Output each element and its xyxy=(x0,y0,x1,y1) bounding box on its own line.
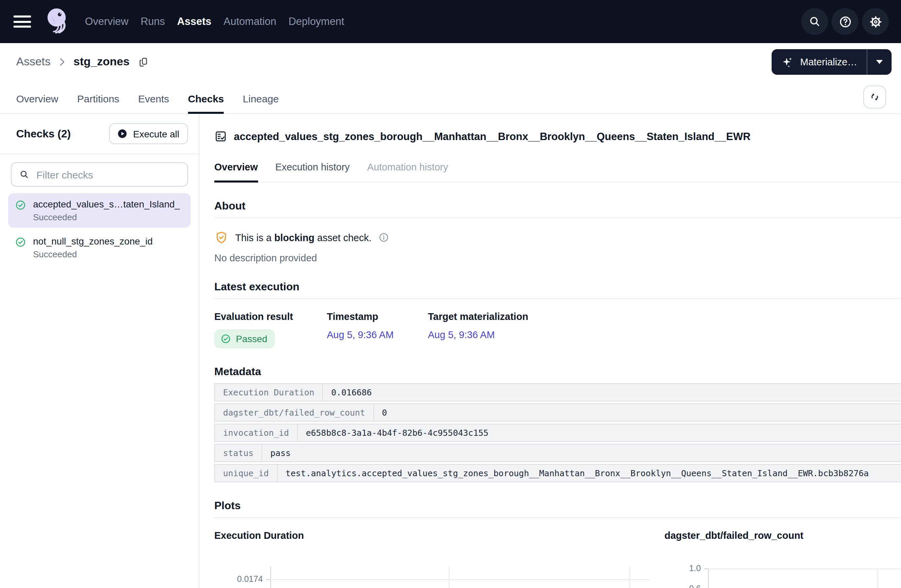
metadata-key: unique_id xyxy=(215,465,277,482)
breadcrumb-assets-link[interactable]: Assets xyxy=(16,55,51,69)
breadcrumb: Assets stg_zones xyxy=(16,55,151,69)
metadata-key: status xyxy=(215,445,262,461)
nav-item-automation[interactable]: Automation xyxy=(223,16,276,28)
metadata-key: dagster_dbt/failed_row_count xyxy=(215,404,374,421)
chevron-right-icon xyxy=(57,57,67,67)
execution-duration-chart: Execution Duration 0.0174 xyxy=(214,530,650,588)
gridline xyxy=(708,568,901,569)
chart-plot-area: 1.0 0.6 xyxy=(664,566,901,588)
checks-list: accepted_values_s…taten_Island_ Succeede… xyxy=(0,191,199,266)
nav-item-deployment[interactable]: Deployment xyxy=(288,16,344,28)
table-row: dagster_dbt/failed_row_count 0 xyxy=(214,403,901,422)
latest-execution-heading: Latest execution xyxy=(214,281,901,293)
info-icon[interactable] xyxy=(379,232,390,243)
execute-all-label: Execute all xyxy=(133,128,179,139)
asset-check-icon xyxy=(214,130,227,143)
section-divider xyxy=(214,299,901,299)
check-description: No description provided xyxy=(214,253,901,263)
play-circle-icon xyxy=(116,128,128,139)
target-materialization-link[interactable]: Aug 5, 9:36 AM xyxy=(428,329,495,340)
materialize-split-button: Materialize… xyxy=(772,49,892,75)
search-button[interactable] xyxy=(801,8,828,35)
plots-row: Execution Duration 0.0174 dagster_dbt/fa… xyxy=(214,530,901,588)
timestamp-link[interactable]: Aug 5, 9:36 AM xyxy=(327,329,394,340)
checks-count-title: Checks (2) xyxy=(16,128,71,140)
filter-checks-box xyxy=(11,162,188,187)
breadcrumb-row: Assets stg_zones Materia xyxy=(0,43,901,81)
refresh-button[interactable] xyxy=(863,86,886,109)
settings-button[interactable] xyxy=(862,8,889,35)
chart-title: dagster_dbt/failed_row_count xyxy=(664,530,901,541)
section-divider xyxy=(214,517,901,518)
metadata-value: e658b8c8-3a1a-4b4f-82b6-4c955043c155 xyxy=(298,424,901,441)
about-heading: About xyxy=(214,200,901,212)
shield-check-icon xyxy=(214,230,228,244)
caret-down-icon xyxy=(876,60,883,64)
y-axis-tick-mark xyxy=(704,568,708,569)
chart-plot-area: 0.0174 xyxy=(214,566,650,588)
page-title: stg_zones xyxy=(73,55,129,69)
plots-heading: Plots xyxy=(214,500,901,512)
evaluation-result-column: Evaluation result Passed xyxy=(214,311,327,348)
metadata-value: pass xyxy=(262,445,901,461)
check-status: Succeeded xyxy=(33,249,153,259)
check-success-icon xyxy=(15,236,26,248)
dagster-logo[interactable] xyxy=(43,6,72,37)
blocking-text: This is a blocking asset check. xyxy=(235,232,372,243)
copy-button[interactable] xyxy=(137,55,151,69)
primary-nav: Overview Runs Assets Automation Deployme… xyxy=(85,16,344,28)
gear-icon xyxy=(868,14,882,29)
gridline xyxy=(449,566,449,588)
metadata-heading: Metadata xyxy=(214,366,901,378)
metadata-key: invocation_id xyxy=(215,424,298,441)
check-status: Succeeded xyxy=(33,212,180,222)
evaluation-result-header: Evaluation result xyxy=(214,311,327,322)
nav-item-runs[interactable]: Runs xyxy=(140,16,165,28)
help-icon xyxy=(838,14,852,29)
materialize-button[interactable]: Materialize… xyxy=(772,49,867,75)
check-name: accepted_values_s…taten_Island_ xyxy=(33,199,180,210)
check-list-item-accepted-values[interactable]: accepted_values_s…taten_Island_ Succeede… xyxy=(8,193,191,228)
y-axis-tick-mark xyxy=(266,579,270,580)
checks-sidebar: Checks (2) Execute all xyxy=(0,114,200,588)
filter-checks-input[interactable] xyxy=(35,168,180,181)
check-success-icon xyxy=(220,333,231,344)
tab-overview[interactable]: Overview xyxy=(16,93,58,113)
tab-events[interactable]: Events xyxy=(138,93,169,113)
checks-header: Checks (2) Execute all xyxy=(0,114,199,154)
metadata-table: Execution Duration 0.016686 dagster_dbt/… xyxy=(214,383,901,482)
help-button[interactable] xyxy=(832,8,859,35)
timestamp-column: Timestamp Aug 5, 9:36 AM xyxy=(327,311,428,348)
execute-all-button[interactable]: Execute all xyxy=(109,123,188,144)
check-success-icon xyxy=(15,199,26,211)
metadata-value: test.analytics.accepted_values_stg_zones… xyxy=(277,465,901,482)
check-detail-panel: accepted_values_stg_zones_borough__Manha… xyxy=(200,114,901,588)
tab-lineage[interactable]: Lineage xyxy=(243,93,279,113)
y-axis-line xyxy=(270,566,271,588)
target-materialization-header: Target materialization xyxy=(428,311,528,322)
y-axis-tick: 1.0 xyxy=(664,564,701,573)
section-divider xyxy=(214,218,901,218)
nav-item-overview[interactable]: Overview xyxy=(85,16,128,28)
tab-check-overview[interactable]: Overview xyxy=(214,162,258,182)
check-list-item-not-null[interactable]: not_null_stg_zones_zone_id Succeeded xyxy=(8,230,191,265)
tab-execution-history[interactable]: Execution history xyxy=(275,162,350,182)
metadata-value: 0 xyxy=(374,404,901,421)
timestamp-header: Timestamp xyxy=(327,311,428,322)
menu-icon[interactable] xyxy=(14,13,31,30)
tab-automation-history: Automation history xyxy=(367,162,448,182)
gridline xyxy=(878,568,878,588)
search-icon xyxy=(19,169,30,180)
nav-actions xyxy=(801,8,889,35)
tab-checks[interactable]: Checks xyxy=(188,93,224,113)
search-icon xyxy=(808,15,822,28)
table-row: status pass xyxy=(214,444,901,462)
latest-execution-grid: Evaluation result Passed Timestamp Aug 5… xyxy=(214,311,901,348)
table-row: invocation_id e658b8c8-3a1a-4b4f-82b6-4c… xyxy=(214,424,901,442)
metadata-value: 0.016686 xyxy=(323,384,901,401)
tab-partitions[interactable]: Partitions xyxy=(77,93,119,113)
nav-item-assets[interactable]: Assets xyxy=(177,16,212,28)
chart-title: Execution Duration xyxy=(214,530,650,541)
table-row: unique_id test.analytics.accepted_values… xyxy=(214,464,901,482)
materialize-dropdown-button[interactable] xyxy=(867,49,892,75)
